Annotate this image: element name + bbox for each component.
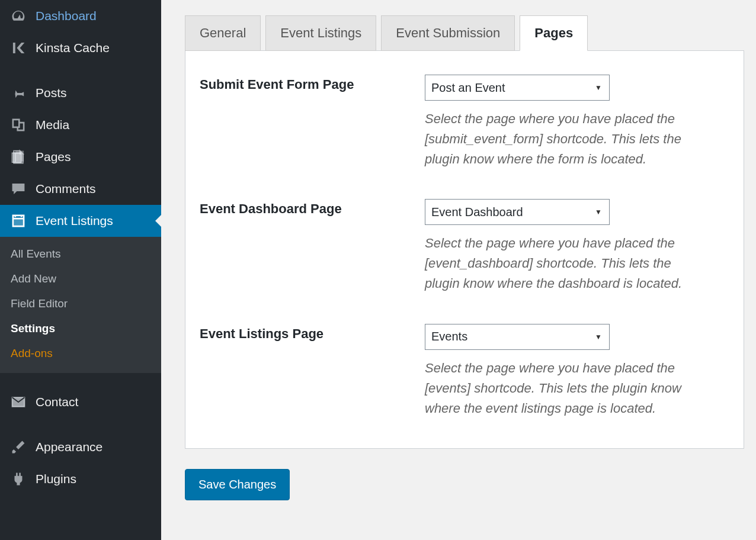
menu-separator	[0, 64, 161, 77]
submenu-item-settings[interactable]: Settings	[0, 316, 161, 341]
tab-pages[interactable]: Pages	[520, 15, 588, 51]
main-content: General Event Listings Event Submission …	[161, 0, 756, 540]
pages-icon	[9, 149, 27, 165]
svg-rect-2	[13, 218, 24, 226]
select-value: Event Dashboard	[431, 205, 523, 219]
sidebar-item-plugins[interactable]: Plugins	[0, 463, 161, 495]
tab-event-listings[interactable]: Event Listings	[265, 15, 376, 51]
settings-panel: Submit Event Form Page Post an Event ▼ S…	[185, 50, 744, 449]
select-value: Post an Event	[431, 81, 505, 95]
select-event-dashboard-page[interactable]: Event Dashboard ▼	[425, 199, 610, 225]
form-row-submit-event: Submit Event Form Page Post an Event ▼ S…	[200, 75, 729, 169]
select-value: Events	[431, 330, 467, 343]
kinsta-icon	[9, 40, 27, 56]
dashboard-icon	[9, 8, 27, 24]
field-control: Event Dashboard ▼ Select the page where …	[425, 199, 709, 294]
sidebar-item-label: Kinsta Cache	[36, 41, 110, 55]
sidebar-item-event-listings[interactable]: Event Listings	[0, 205, 161, 237]
submenu-item-add-ons[interactable]: Add-ons	[0, 341, 161, 366]
svg-rect-1	[15, 151, 24, 162]
sidebar-item-appearance[interactable]: Appearance	[0, 431, 161, 463]
mail-icon	[9, 394, 27, 410]
plug-icon	[9, 471, 27, 487]
form-row-event-listings: Event Listings Page Events ▼ Select the …	[200, 324, 729, 419]
menu-separator	[0, 373, 161, 386]
field-description: Select the page where you have placed th…	[425, 109, 709, 169]
sidebar-item-label: Plugins	[36, 472, 76, 486]
sidebar-item-contact[interactable]: Contact	[0, 386, 161, 418]
tab-event-submission[interactable]: Event Submission	[381, 15, 515, 51]
sidebar-item-kinsta-cache[interactable]: Kinsta Cache	[0, 32, 161, 64]
submenu-item-all-events[interactable]: All Events	[0, 242, 161, 266]
select-event-listings-page[interactable]: Events ▼	[425, 324, 610, 350]
sidebar-item-label: Pages	[36, 150, 71, 164]
sidebar-item-comments[interactable]: Comments	[0, 173, 161, 205]
save-changes-button[interactable]: Save Changes	[185, 469, 290, 500]
menu-separator	[0, 418, 161, 431]
media-icon	[9, 117, 27, 133]
sidebar-item-label: Appearance	[36, 440, 102, 454]
field-label: Event Dashboard Page	[200, 199, 425, 217]
chevron-down-icon: ▼	[595, 333, 602, 341]
chevron-down-icon: ▼	[595, 208, 602, 216]
field-label: Submit Event Form Page	[200, 75, 425, 92]
sidebar-item-pages[interactable]: Pages	[0, 141, 161, 173]
sidebar-item-label: Dashboard	[36, 9, 97, 23]
field-description: Select the page where you have placed th…	[425, 358, 709, 419]
sidebar-item-label: Event Listings	[36, 214, 113, 228]
admin-sidebar: Dashboard Kinsta Cache Posts Media Pages…	[0, 0, 161, 540]
field-description: Select the page where you have placed th…	[425, 233, 709, 294]
calendar-icon	[9, 213, 27, 229]
field-control: Events ▼ Select the page where you have …	[425, 324, 709, 419]
comment-icon	[9, 181, 27, 197]
chevron-down-icon: ▼	[595, 83, 602, 92]
submenu-item-field-editor[interactable]: Field Editor	[0, 291, 161, 316]
tab-general[interactable]: General	[185, 15, 261, 51]
select-submit-event-page[interactable]: Post an Event ▼	[425, 75, 610, 101]
brush-icon	[9, 439, 27, 455]
form-row-event-dashboard: Event Dashboard Page Event Dashboard ▼ S…	[200, 199, 729, 294]
settings-tabs: General Event Listings Event Submission …	[185, 15, 744, 50]
sidebar-item-label: Media	[36, 118, 69, 132]
sidebar-item-label: Comments	[36, 182, 96, 196]
sidebar-item-media[interactable]: Media	[0, 109, 161, 141]
sidebar-item-posts[interactable]: Posts	[0, 77, 161, 109]
field-control: Post an Event ▼ Select the page where yo…	[425, 75, 709, 169]
sidebar-submenu: All Events Add New Field Editor Settings…	[0, 237, 161, 373]
sidebar-item-label: Posts	[36, 86, 67, 100]
pin-icon	[9, 85, 27, 101]
submenu-item-add-new[interactable]: Add New	[0, 266, 161, 291]
sidebar-item-label: Contact	[36, 395, 78, 409]
sidebar-item-dashboard[interactable]: Dashboard	[0, 0, 161, 32]
field-label: Event Listings Page	[200, 324, 425, 342]
